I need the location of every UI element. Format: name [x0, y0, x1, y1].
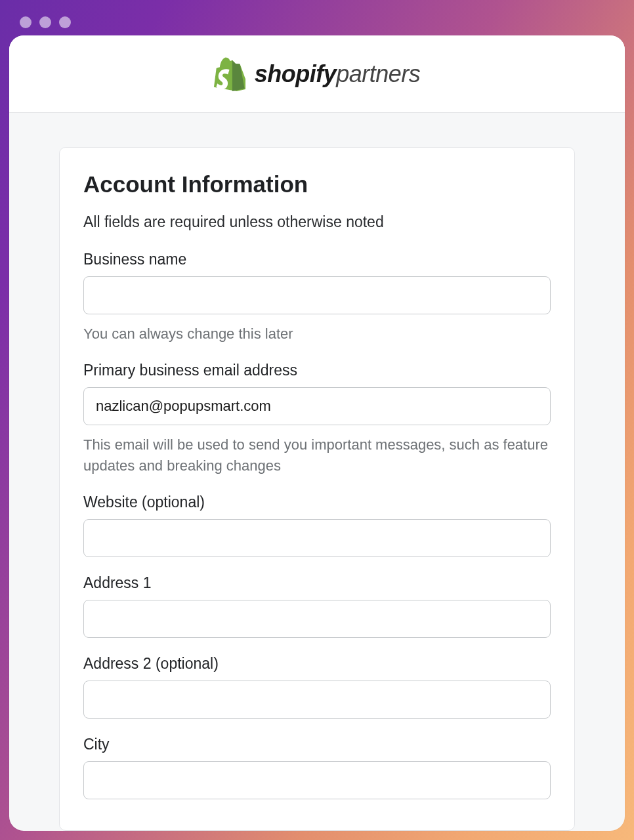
business-name-input[interactable] — [83, 276, 551, 314]
field-city: City — [83, 736, 551, 799]
business-name-label: Business name — [83, 251, 551, 268]
window-minimize-icon[interactable] — [39, 16, 51, 28]
window-titlebar — [9, 9, 625, 35]
brand-logo: shopifypartners — [214, 56, 421, 92]
field-business-name: Business name You can always change this… — [83, 251, 551, 345]
brand-text: shopifypartners — [255, 60, 421, 88]
email-help: This email will be used to send you impo… — [83, 434, 551, 476]
address2-label: Address 2 (optional) — [83, 655, 551, 673]
business-name-help: You can always change this later — [83, 324, 551, 345]
city-input[interactable] — [83, 761, 551, 799]
account-info-card: Account Information All fields are requi… — [59, 147, 575, 831]
address1-label: Address 1 — [83, 574, 551, 592]
website-label: Website (optional) — [83, 494, 551, 511]
form-heading: Account Information — [83, 171, 551, 198]
field-address2: Address 2 (optional) — [83, 655, 551, 719]
field-website: Website (optional) — [83, 494, 551, 557]
email-label: Primary business email address — [83, 362, 551, 379]
app-window: shopifypartners Account Information All … — [9, 35, 625, 831]
brand-word-partners: partners — [336, 60, 420, 87]
window-close-icon[interactable] — [20, 16, 32, 28]
field-email: Primary business email address This emai… — [83, 362, 551, 476]
form-note: All fields are required unless otherwise… — [83, 213, 551, 231]
field-address1: Address 1 — [83, 574, 551, 638]
email-input[interactable] — [83, 387, 551, 425]
website-input[interactable] — [83, 519, 551, 557]
city-label: City — [83, 736, 551, 753]
brand-word-shopify: shopify — [255, 60, 337, 87]
page-header: shopifypartners — [9, 35, 625, 113]
window-maximize-icon[interactable] — [59, 16, 71, 28]
address2-input[interactable] — [83, 681, 551, 719]
browser-frame: shopifypartners Account Information All … — [0, 0, 634, 840]
shopify-bag-icon — [214, 56, 245, 92]
content-area: Account Information All fields are requi… — [9, 113, 625, 831]
address1-input[interactable] — [83, 600, 551, 638]
